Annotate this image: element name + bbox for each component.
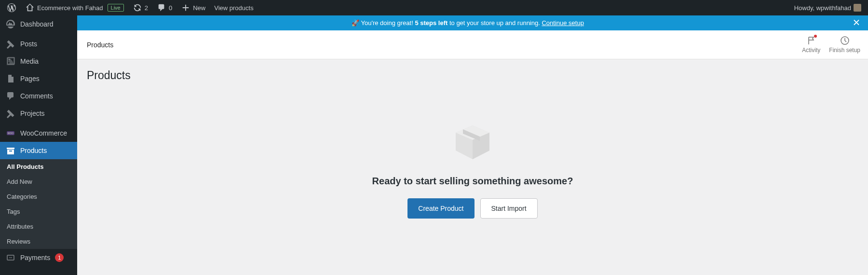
admin-sidebar: Dashboard Posts Media Pages Comments Pro… (0, 15, 77, 275)
sidebar-label: Payments (20, 254, 50, 261)
clock-icon (840, 36, 850, 45)
comments-link[interactable]: 0 (154, 0, 175, 15)
sidebar-item-dashboard[interactable]: Dashboard (0, 15, 77, 33)
sidebar-label: Products (20, 147, 47, 154)
empty-state: Ready to start selling something awesome… (87, 116, 858, 219)
flag-icon (806, 36, 816, 45)
start-import-button[interactable]: Start Import (480, 198, 538, 219)
empty-state-heading: Ready to start selling something awesome… (372, 176, 573, 187)
sidebar-label: Comments (20, 92, 53, 100)
header-actions: Activity Finish setup (802, 36, 860, 54)
finish-setup-label: Finish setup (829, 47, 860, 54)
sidebar-label: Posts (20, 40, 37, 48)
page-title: Products (87, 69, 858, 82)
activity-button[interactable]: Activity (802, 36, 820, 54)
user-menu[interactable]: Howdy, wpwithfahad (791, 0, 864, 15)
comments-count: 0 (169, 4, 172, 12)
comment-icon (157, 3, 166, 13)
wordpress-icon (7, 3, 16, 13)
sidebar-item-products[interactable]: Products (0, 142, 77, 159)
finish-setup-button[interactable]: Finish setup (829, 36, 860, 54)
new-label: New (193, 4, 205, 12)
setup-notice: 🚀 You're doing great! 5 steps left to ge… (77, 15, 868, 30)
close-icon[interactable] (852, 17, 861, 28)
refresh-icon (133, 3, 142, 13)
dashboard-icon (6, 19, 15, 29)
home-icon (25, 3, 35, 13)
submenu-add-new[interactable]: Add New (0, 174, 77, 189)
avatar-icon (854, 4, 861, 12)
submenu-all-products[interactable]: All Products (0, 159, 77, 174)
submenu-reviews[interactable]: Reviews (0, 234, 77, 249)
sidebar-item-woocommerce[interactable]: WOO WooCommerce (0, 124, 77, 142)
updates-link[interactable]: 2 (130, 0, 151, 15)
empty-state-actions: Create Product Start Import (407, 198, 537, 219)
site-name-link[interactable]: Ecommerce with Fahad Live (22, 0, 127, 15)
live-badge: Live (108, 4, 124, 12)
box-icon (448, 116, 497, 164)
admin-toolbar-left: Ecommerce with Fahad Live 2 0 New View p… (4, 0, 257, 15)
rocket-icon: 🚀 (352, 19, 359, 27)
content-area: 🚀 You're doing great! 5 steps left to ge… (77, 15, 868, 275)
sidebar-label: Pages (20, 75, 40, 82)
new-content-link[interactable]: New (178, 0, 208, 15)
create-product-button[interactable]: Create Product (407, 198, 474, 219)
sidebar-label: WooCommerce (20, 129, 67, 137)
submenu-tags[interactable]: Tags (0, 204, 77, 219)
pages-icon (6, 74, 15, 83)
sidebar-item-posts[interactable]: Posts (0, 35, 77, 53)
svg-point-0 (9, 59, 10, 60)
admin-toolbar: Ecommerce with Fahad Live 2 0 New View p… (0, 0, 868, 15)
continue-setup-link[interactable]: Continue setup (542, 19, 583, 27)
sidebar-item-projects[interactable]: Projects (0, 105, 77, 122)
pin-icon (6, 39, 15, 49)
archive-icon (6, 146, 15, 155)
view-products-label: View products (214, 4, 253, 12)
sidebar-label: Dashboard (20, 20, 54, 28)
submenu-attributes[interactable]: Attributes (0, 219, 77, 234)
payments-badge: 1 (55, 253, 64, 262)
submenu-products: All Products Add New Categories Tags Att… (0, 159, 77, 249)
svg-rect-3 (7, 255, 14, 260)
admin-toolbar-right: Howdy, wpwithfahad (791, 0, 864, 15)
notification-dot (814, 35, 817, 38)
breadcrumb: Products (85, 41, 113, 49)
activity-label: Activity (802, 47, 820, 54)
sidebar-label: Media (20, 57, 39, 65)
sidebar-item-payments[interactable]: Payments 1 (0, 249, 77, 266)
page-header: Products Activity Finish setup (77, 30, 868, 59)
svg-text:WOO: WOO (8, 132, 14, 135)
page-body: Products Ready to start selling somethin… (77, 59, 868, 275)
main-wrap: Dashboard Posts Media Pages Comments Pro… (0, 15, 868, 275)
sidebar-item-comments[interactable]: Comments (0, 87, 77, 105)
sidebar-label: Projects (20, 110, 45, 117)
notice-text: 🚀 You're doing great! 5 steps left to ge… (352, 19, 584, 27)
updates-count: 2 (145, 4, 148, 12)
pin-icon (6, 109, 15, 118)
media-icon (6, 56, 15, 66)
view-products-link[interactable]: View products (211, 0, 256, 15)
sidebar-item-pages[interactable]: Pages (0, 70, 77, 87)
comment-icon (6, 91, 15, 101)
wp-logo-menu[interactable] (4, 0, 19, 15)
site-name-label: Ecommerce with Fahad (37, 4, 103, 12)
payments-icon (6, 253, 15, 262)
sidebar-item-media[interactable]: Media (0, 53, 77, 70)
woocommerce-icon: WOO (6, 128, 15, 138)
plus-icon (181, 3, 190, 13)
howdy-label: Howdy, wpwithfahad (794, 4, 851, 12)
submenu-categories[interactable]: Categories (0, 189, 77, 204)
